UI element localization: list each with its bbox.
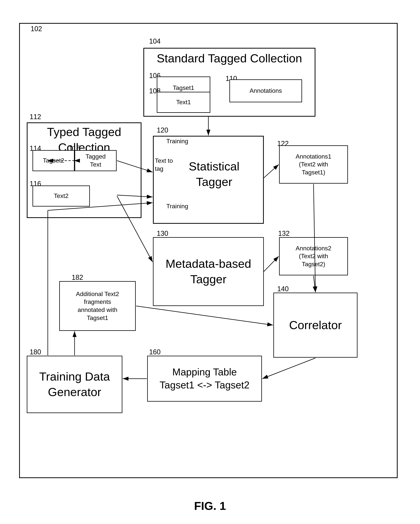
mapping-table-box: Mapping Table Tagset1 <-> Tagset2: [147, 356, 262, 402]
ref-120: 120: [157, 126, 168, 134]
annotations2-box: Annotations2 (Text2 with Tagset2): [279, 237, 348, 275]
ref-102: 102: [31, 25, 42, 33]
ref-104: 104: [149, 37, 161, 45]
training-top-label: Training: [166, 138, 188, 145]
tagset2-box: Tagset2: [33, 150, 75, 171]
annotations1-box: Annotations1 (Text2 with Tagset1): [279, 145, 348, 183]
ref-140: 140: [277, 285, 289, 293]
tagged-text-box: Tagged Text: [75, 150, 117, 171]
text-to-tag-label: Text to tag: [155, 157, 173, 173]
ref-182: 182: [72, 273, 83, 281]
ref-160: 160: [149, 348, 161, 356]
page: 102 104 Standard Tagged Collection 106 T…: [0, 0, 420, 524]
standard-tagged-collection-label: Standard Tagged Collection: [145, 51, 314, 66]
text1-box: Text1: [157, 92, 210, 113]
ref-180: 180: [30, 348, 41, 356]
ref-130: 130: [157, 229, 168, 237]
training-bottom-label: Training: [166, 203, 188, 210]
metadata-tagger-box: Metadata-based Tagger: [153, 237, 264, 306]
statistical-tagger-label: Statistical Tagger: [172, 159, 256, 190]
annotations-box: Annotations: [229, 79, 302, 102]
correlator-box: Correlator: [273, 293, 358, 358]
additional-text2-box: Additional Text2 fragments annotated wit…: [59, 281, 136, 331]
ref-132: 132: [278, 229, 290, 237]
ref-112: 112: [30, 113, 41, 121]
training-data-gen-box: Training Data Generator: [27, 356, 122, 413]
text2-box: Text2: [33, 185, 90, 207]
figure-label: FIG. 1: [194, 499, 226, 513]
